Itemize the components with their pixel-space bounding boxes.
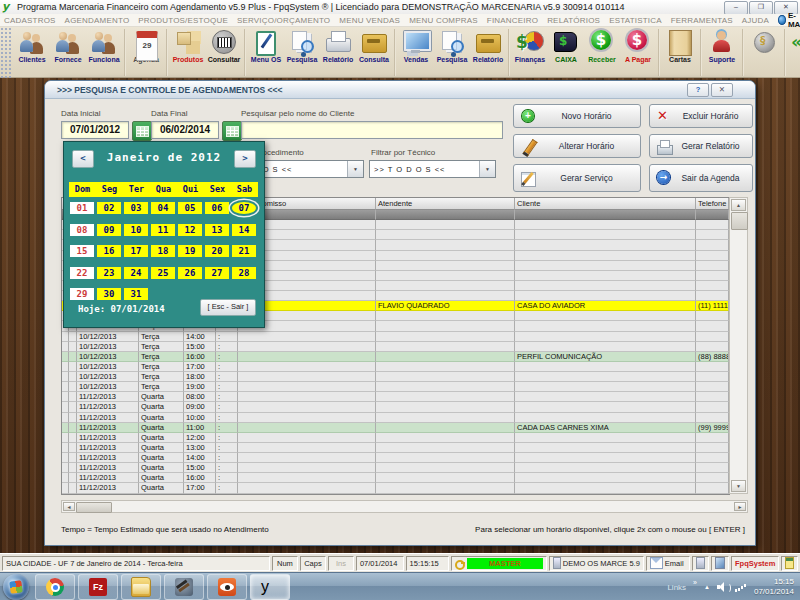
table-row[interactable]: 11/12/2013Quarta16:00: [62, 473, 729, 483]
calendar-day[interactable]: 06 [205, 202, 229, 214]
calendar-day[interactable]: 19 [178, 245, 202, 257]
calendar-day[interactable]: 15 [70, 245, 94, 257]
toolbar-financas[interactable]: Finanças [512, 29, 548, 76]
table-row[interactable]: 11/12/2013Quarta15:00: [62, 463, 729, 473]
window-close-button[interactable]: ✕ [711, 83, 733, 97]
menu-produtos-estoque[interactable]: PRODUTOS/ESTOQUE [138, 16, 228, 25]
search-input[interactable] [241, 121, 503, 139]
scroll-up-icon[interactable]: ▲ [731, 199, 746, 211]
table-row[interactable]: 11/12/2013Quarta09:00: [62, 402, 729, 412]
toolbar-caixa[interactable]: CAIXA [548, 29, 584, 76]
calendar-day[interactable]: 25 [151, 267, 175, 279]
taskbar-app-viewer[interactable] [207, 574, 247, 600]
table-row[interactable]: 10/12/2013Terça14:00: [62, 332, 729, 342]
calendar-next-button[interactable]: > [234, 150, 256, 168]
calendar-day[interactable]: 12 [178, 224, 202, 236]
calendar-day[interactable]: 11 [151, 224, 175, 236]
taskbar-app-filezilla[interactable]: Fz [78, 574, 118, 600]
calendar-day[interactable]: 07 [232, 202, 256, 214]
calendar-day[interactable]: 30 [97, 288, 121, 300]
data-final-input[interactable]: 06/02/2014 [151, 121, 219, 139]
toolbar-sair[interactable]: EXIT [788, 29, 800, 76]
toolbar-receber[interactable]: Receber [584, 29, 620, 76]
table-row[interactable]: 10/12/2013Terça15:00: [62, 342, 729, 352]
links-toolbar[interactable]: Links [667, 583, 686, 592]
calendar-day[interactable]: 26 [178, 267, 202, 279]
calendar-day[interactable]: 10 [124, 224, 148, 236]
toolbar-clientes[interactable]: Clientes [14, 29, 50, 76]
table-row[interactable]: 11/12/2013Quarta12:00: [62, 433, 729, 443]
table-row[interactable]: 10/12/2013Terça19:00: [62, 382, 729, 392]
menu-menu-vendas[interactable]: MENU VENDAS [339, 16, 400, 25]
volume-icon[interactable] [717, 582, 728, 592]
column-header[interactable]: Cliente [515, 198, 696, 210]
toolbar-cartas[interactable]: Cartas [662, 29, 698, 76]
menu-estatistica[interactable]: ESTATISTICA [609, 16, 662, 25]
status-printer[interactable] [692, 556, 710, 571]
calendar-esc-button[interactable]: [ Esc - Sair ] [200, 299, 256, 316]
data-final-calendar-button[interactable] [222, 121, 242, 141]
table-row[interactable]: 11/12/2013Quarta08:00: [62, 392, 729, 402]
toolbar-consulta-os[interactable]: Consulta [356, 29, 392, 76]
taskbar-clock[interactable]: 15:15 07/01/2014 [754, 577, 794, 597]
toolbar-funciona[interactable]: Funciona [86, 29, 122, 76]
calendar-day[interactable]: 03 [124, 202, 148, 214]
status-monitor[interactable] [711, 556, 729, 571]
calendar-day[interactable]: 16 [97, 245, 121, 257]
menu-financeiro[interactable]: FINANCEIRO [487, 16, 538, 25]
calendar-day[interactable]: 08 [70, 224, 94, 236]
table-row[interactable]: 11/12/2013Quarta14:00: [62, 453, 729, 463]
column-header[interactable]: Atendente [376, 198, 515, 210]
restore-button[interactable]: ❐ [749, 1, 773, 15]
calendar-day[interactable]: 20 [205, 245, 229, 257]
gerar-relatorio-button[interactable]: Gerar Relatório [649, 134, 753, 158]
table-row[interactable]: 10/12/2013Terça16:00:PERFIL COMUNICAÇÃO(… [62, 352, 729, 362]
toolbar-agenda[interactable]: Agenda [128, 29, 164, 76]
calendar-day[interactable]: 09 [97, 224, 121, 236]
calendar-day[interactable]: 02 [97, 202, 121, 214]
calendar-day[interactable]: 18 [151, 245, 175, 257]
calendar-day[interactable]: 04 [151, 202, 175, 214]
table-row[interactable]: 11/12/2013Quarta17:00: [62, 483, 729, 493]
scroll-right-icon[interactable]: ► [734, 502, 746, 511]
toolbar-produtos[interactable]: Produtos [170, 29, 206, 76]
calendar-day[interactable]: 17 [124, 245, 148, 257]
data-inicial-input[interactable]: 07/01/2012 [61, 121, 129, 139]
toolbar-fornece[interactable]: Fornece [50, 29, 86, 76]
calendar-day[interactable]: 05 [178, 202, 202, 214]
gerar-servico-button[interactable]: Gerar Serviço [513, 164, 641, 192]
data-inicial-calendar-button[interactable] [132, 121, 152, 141]
column-header[interactable]: Telefone [696, 198, 729, 210]
calendar-prev-button[interactable]: < [72, 150, 94, 168]
horizontal-scrollbar[interactable]: ◄ ► [61, 500, 748, 513]
toolbar-relatorio-vendas[interactable]: Relatório [470, 29, 506, 76]
menu-cadastros[interactable]: CADASTROS [4, 16, 56, 25]
scroll-left-icon[interactable]: ◄ [63, 502, 75, 511]
toolbar-pesquisa-os[interactable]: Pesquisa [284, 29, 320, 76]
calendar-day[interactable]: 13 [205, 224, 229, 236]
toolbar-menu-os[interactable]: Menu OS [248, 29, 284, 76]
toolbar-suporte[interactable]: Suporte [704, 29, 740, 76]
taskbar-app-explorer[interactable] [121, 574, 161, 600]
calendar-day[interactable]: 28 [232, 267, 256, 279]
novo-horario-button[interactable]: Novo Horário [513, 104, 641, 128]
table-row[interactable]: 11/12/2013Quarta13:00: [62, 443, 729, 453]
help-button[interactable]: ? [687, 83, 709, 97]
status-email[interactable]: Email [646, 556, 690, 571]
calendar-day[interactable]: 31 [124, 288, 148, 300]
hscroll-thumb[interactable] [76, 502, 112, 513]
menu-ajuda[interactable]: AJUDA [742, 16, 769, 25]
menu-ferramentas[interactable]: FERRAMENTAS [671, 16, 733, 25]
calendar-day[interactable]: 14 [232, 224, 256, 236]
menu-agendamento[interactable]: AGENDAMENTO [65, 16, 130, 25]
taskbar-app-tools[interactable] [164, 574, 204, 600]
table-row[interactable]: 10/12/2013Terça18:00: [62, 372, 729, 382]
calendar-day[interactable]: 27 [205, 267, 229, 279]
calendar-day[interactable]: 24 [124, 267, 148, 279]
network-icon[interactable] [735, 582, 747, 592]
calendar-day[interactable]: 29 [70, 288, 94, 300]
scroll-down-icon[interactable]: ▼ [731, 480, 746, 492]
tray-expand-icon[interactable]: ▲ [704, 584, 710, 590]
taskbar-app-chrome[interactable] [35, 574, 75, 600]
menu-servi-o-or-amento[interactable]: SERVIÇO/ORÇAMENTO [237, 16, 330, 25]
